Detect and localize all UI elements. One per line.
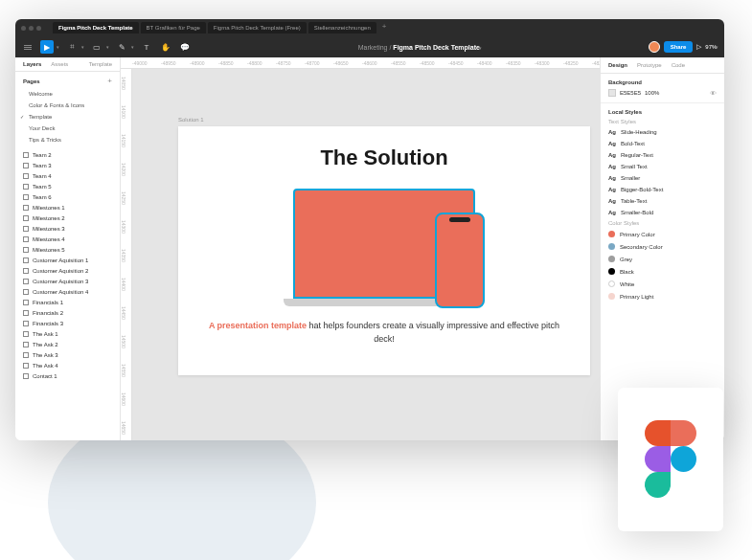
page-selector[interactable]: Template (89, 61, 112, 67)
add-page-button[interactable]: + (107, 77, 112, 85)
text-style-icon: Ag (608, 141, 616, 146)
device-mockups (197, 184, 571, 308)
share-button[interactable]: Share (664, 41, 694, 53)
visibility-toggle-icon[interactable]: 👁 (710, 90, 717, 97)
canvas[interactable]: -49000-48950-48900-48850-48800-48750-487… (121, 57, 600, 440)
bg-opacity[interactable]: 100% (645, 90, 659, 96)
file-tab[interactable]: Figma Pitch Deck Template (53, 22, 139, 34)
traffic-light-close[interactable] (21, 26, 26, 31)
main-menu-button[interactable] (21, 40, 34, 54)
file-tab[interactable]: BT Grafiken für Page (141, 22, 206, 34)
frame-icon (23, 300, 29, 305)
bg-color-value[interactable]: E5E5E5 (620, 90, 641, 96)
figma-window: Figma Pitch Deck Template BT Grafiken fü… (15, 19, 724, 440)
layer-item[interactable]: Contact 1 (15, 370, 120, 381)
text-style-icon: Ag (608, 129, 616, 135)
text-style-item[interactable]: AgBigger-Bold-Text (601, 184, 724, 195)
frame-icon (23, 279, 29, 284)
frame-tool[interactable]: ⌗ (65, 40, 79, 54)
text-style-item[interactable]: AgSlide-Heading (601, 126, 724, 138)
design-tab[interactable]: Design (608, 62, 627, 68)
layer-item[interactable]: Customer Aquisition 3 (15, 276, 120, 286)
phone-mockup (435, 213, 485, 308)
layer-item[interactable]: The Ask 3 (15, 349, 120, 360)
layer-item[interactable]: The Ask 4 (15, 360, 120, 370)
page-item[interactable]: Template (15, 111, 120, 123)
traffic-light-minimize[interactable] (29, 26, 34, 31)
layer-item[interactable]: Team 5 (15, 181, 120, 191)
pen-tool[interactable]: ✎ (115, 40, 128, 54)
layer-item[interactable]: Financials 1 (15, 297, 120, 307)
text-tool[interactable]: T (140, 40, 153, 54)
layer-item[interactable]: The Ask 1 (15, 328, 120, 339)
local-styles-label: Local Styles (601, 103, 724, 117)
vertical-ruler: 1405014100141501420014250143001435014400… (121, 69, 132, 440)
page-item[interactable]: Welcome (15, 88, 120, 100)
frame-icon (23, 173, 29, 179)
layer-item[interactable]: The Ask 2 (15, 339, 120, 349)
layer-item[interactable]: Milestones 3 (15, 223, 120, 234)
color-style-item[interactable]: Primary Color (601, 228, 724, 240)
page-item[interactable]: Your Deck (15, 123, 120, 134)
color-style-item[interactable]: Primary Light (601, 290, 724, 302)
bg-color-swatch[interactable] (608, 89, 616, 97)
comment-tool[interactable]: 💬 (178, 40, 192, 54)
code-tab[interactable]: Code (672, 62, 685, 68)
file-tab[interactable]: Stellenanzeichnungen (308, 22, 376, 34)
color-style-item[interactable]: Black (601, 265, 724, 278)
text-style-item[interactable]: AgBold-Text (601, 138, 724, 149)
layers-tab[interactable]: Layers (23, 61, 41, 67)
layer-item[interactable]: Team 2 (15, 149, 120, 160)
frame-icon (23, 310, 29, 316)
layer-item[interactable]: Team 3 (15, 160, 120, 170)
color-style-item[interactable]: Secondary Color (601, 240, 724, 253)
file-tab[interactable]: Figma Pitch Deck Template (Free) (208, 22, 307, 34)
layer-item[interactable]: Customer Aquisition 1 (15, 255, 120, 265)
text-style-item[interactable]: AgRegular-Text (601, 149, 724, 161)
color-style-item[interactable]: Grey (601, 253, 724, 265)
avatar[interactable] (649, 41, 660, 53)
layer-item[interactable]: Financials 3 (15, 318, 120, 328)
layer-item[interactable]: Milestones 4 (15, 234, 120, 244)
present-button[interactable]: ▷ (696, 43, 701, 51)
text-style-item[interactable]: AgSmaller (601, 172, 724, 184)
slide-frame[interactable]: The Solution A presentation template hat… (178, 126, 590, 375)
move-tool[interactable]: ▶ (40, 40, 54, 54)
pages-label: Pages (23, 78, 40, 84)
layer-item[interactable]: Milestones 2 (15, 213, 120, 223)
color-swatch-icon (608, 243, 615, 250)
shape-tool[interactable]: ▭ (90, 40, 103, 54)
new-tab-button[interactable]: + (378, 22, 391, 34)
layer-item[interactable]: Milestones 5 (15, 244, 120, 255)
color-style-item[interactable]: White (601, 278, 724, 290)
page-item[interactable]: Tips & Tricks (15, 134, 120, 146)
macos-titlebar: Figma Pitch Deck Template BT Grafiken fü… (15, 19, 724, 36)
page-item[interactable]: Color & Fonts & Icons (15, 100, 120, 111)
text-style-icon: Ag (608, 175, 616, 181)
toolbar: ▶▾ ⌗▾ ▭▾ ✎▾ T ✋ 💬 Marketing / Figma Pitc… (15, 36, 724, 57)
assets-tab[interactable]: Assets (51, 61, 68, 67)
color-swatch-icon (608, 256, 615, 262)
traffic-light-zoom[interactable] (36, 26, 41, 31)
layer-item[interactable]: Financials 2 (15, 307, 120, 318)
breadcrumb[interactable]: Marketing / Figma Pitch Deck Template ▾ (192, 44, 649, 51)
figma-logo-icon (645, 420, 696, 499)
zoom-dropdown[interactable]: 97% ▾ (705, 44, 718, 50)
file-tabs: Figma Pitch Deck Template BT Grafiken fü… (53, 22, 718, 34)
layer-item[interactable]: Team 4 (15, 170, 120, 181)
text-style-item[interactable]: AgTable-Text (601, 195, 724, 207)
frame-icon (23, 184, 29, 190)
layer-item[interactable]: Milestones 1 (15, 202, 120, 213)
frame-icon (23, 289, 29, 295)
layer-item[interactable]: Customer Aquisition 4 (15, 286, 120, 297)
prototype-tab[interactable]: Prototype (637, 62, 662, 68)
frame-label[interactable]: Solution 1 (178, 117, 204, 123)
layer-item[interactable]: Customer Aquisition 2 (15, 265, 120, 276)
layer-item[interactable]: Team 6 (15, 191, 120, 202)
text-style-item[interactable]: AgSmaller-Bold (601, 207, 724, 218)
text-style-item[interactable]: AgSmall Text (601, 161, 724, 172)
text-style-icon: Ag (608, 198, 616, 204)
hand-tool[interactable]: ✋ (159, 40, 172, 54)
frame-icon (23, 247, 29, 253)
slide-caption: A presentation template hat helps founde… (197, 320, 571, 346)
